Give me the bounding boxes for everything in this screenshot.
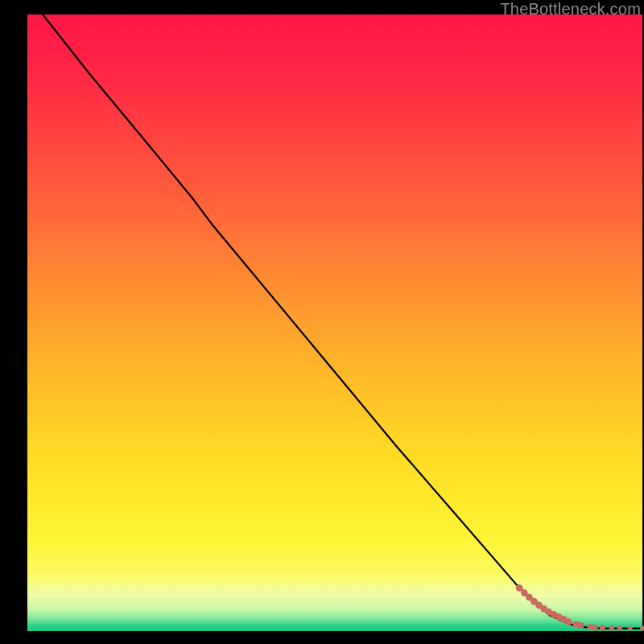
data-marker xyxy=(578,622,584,629)
data-marker xyxy=(628,625,633,630)
chart-overlay xyxy=(27,14,642,631)
data-marker xyxy=(600,625,605,630)
data-marker xyxy=(565,618,572,625)
data-marker xyxy=(587,624,592,630)
marker-group xyxy=(516,584,644,631)
data-marker xyxy=(592,625,598,630)
plot-area xyxy=(27,14,642,631)
data-marker xyxy=(640,626,644,631)
data-marker xyxy=(609,625,615,631)
chart-frame: TheBottleneck.com xyxy=(0,0,644,644)
data-marker xyxy=(617,625,622,631)
curve-line xyxy=(43,14,642,629)
